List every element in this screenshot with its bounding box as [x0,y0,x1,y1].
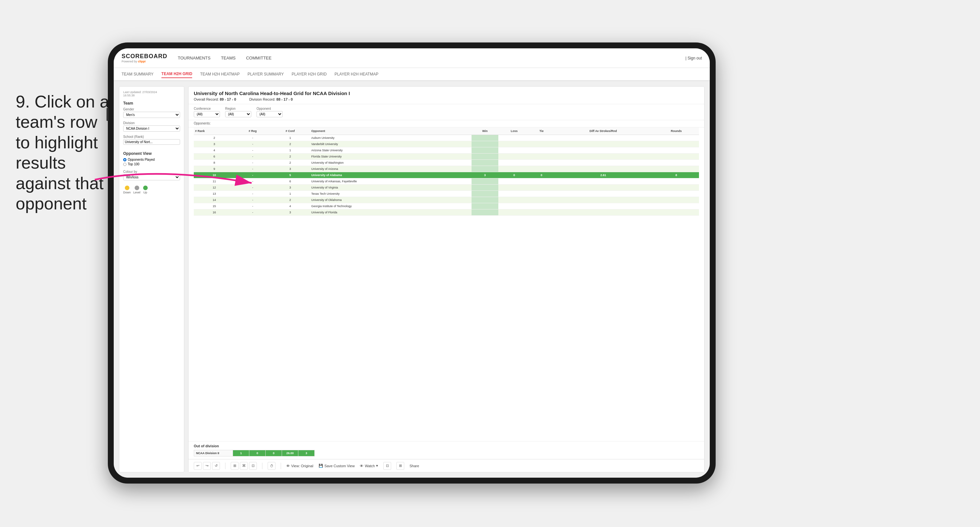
table-cell [654,191,699,197]
table-cell [553,135,654,141]
sub-nav-team-h2h-heatmap[interactable]: TEAM H2H HEATMAP [200,70,240,78]
table-cell [654,203,699,209]
school-input[interactable] [123,139,180,145]
school-label: School (Rank) [123,135,180,139]
format-button-3[interactable]: ⊡ [249,462,257,470]
radio-opponents-played[interactable]: Opponents Played [123,158,180,161]
undo2-button[interactable]: ↺ [212,462,220,470]
sub-nav-team-summary[interactable]: TEAM SUMMARY [122,70,154,78]
table-row[interactable]: 2-1Auburn University [194,135,699,141]
table-cell: Texas Tech University [310,191,471,197]
sub-nav-team-h2h-grid[interactable]: TEAM H2H GRID [161,70,192,78]
colour-legend: Down Level Up [123,186,180,194]
radio-dot-top100 [123,163,126,166]
share-button[interactable]: Share [409,464,419,468]
data-records: Overall Record: 89 - 17 - 0 Division Rec… [194,97,699,101]
table-row[interactable]: 4-1Arizona State University [194,147,699,154]
sub-nav-player-h2h-heatmap[interactable]: PLAYER H2H HEATMAP [335,70,379,78]
division-win-cell: 1 [233,450,249,457]
table-cell: Florida State University [310,154,471,160]
table-cell [498,141,530,147]
table-cell [530,209,553,216]
watch-button[interactable]: 👁 Watch ▾ [360,463,378,468]
clock-button[interactable]: ⏱ [267,462,275,470]
sign-out-button[interactable]: | Sign out [686,56,702,61]
table-row[interactable]: 10-5University of Alabama3002.618 [194,172,699,178]
radio-top-100[interactable]: Top 100 [123,162,180,166]
region-filter: Region (All) [225,107,251,117]
table-cell [530,203,553,209]
table-cell: - [235,197,270,203]
undo-button[interactable]: ↩ [194,462,202,470]
tablet-side-button [107,108,108,121]
sub-nav: TEAM SUMMARY TEAM H2H GRID TEAM H2H HEAT… [114,68,710,81]
panel-team-label: Team [123,101,180,105]
table-cell: - [235,135,270,141]
table-cell [553,147,654,154]
table-row[interactable]: 6-2Florida State University [194,154,699,160]
table-row[interactable]: 13-1Texas Tech University [194,191,699,197]
region-select[interactable]: (All) [225,111,251,117]
table-cell: 14 [194,197,235,203]
table-cell: - [235,178,270,185]
table-row[interactable]: 16-3University of Florida [194,209,699,216]
th-opponent: Opponent [310,127,471,135]
filter-row: Conference (All) Region (All) Opponent [189,104,704,120]
format-button-2[interactable]: ⌘ [240,462,248,470]
conference-select[interactable]: (All) [194,111,220,117]
table-row[interactable]: 8-2University of Washington [194,160,699,166]
h2h-table: # Rank # Reg # Conf Opponent Win Loss Ti… [194,127,699,216]
table-cell: - [235,172,270,178]
nav-tab-committee[interactable]: COMMITTEE [246,54,272,62]
table-cell [498,185,530,191]
division-diff-cell: 26.00 [282,450,298,457]
redo-button[interactable]: ↪ [203,462,211,470]
table-cell [471,203,498,209]
table-cell [498,166,530,172]
sub-nav-player-h2h-grid[interactable]: PLAYER H2H GRID [292,70,327,78]
table-cell: 2 [270,197,310,203]
table-row[interactable]: 11-6University of Arkansas, Fayetteville [194,178,699,185]
main-content: Last Updated: 27/03/2024 16:55:38 Team G… [114,81,710,478]
th-rounds: Rounds [654,127,699,135]
gender-select[interactable]: Men's [123,112,180,118]
table-cell [498,178,530,185]
division-select[interactable]: NCAA Division I [123,126,180,132]
table-container: # Rank # Reg # Conf Opponent Win Loss Ti… [189,127,704,441]
table-cell: 6 [270,178,310,185]
division-label-cell: NCAA Division II [194,450,233,457]
nav-tab-tournaments[interactable]: TOURNAMENTS [178,54,210,62]
logo-subtitle: Powered by clippi [122,60,167,63]
table-cell [471,209,498,216]
table-row[interactable]: 12-3University of Virginia [194,185,699,191]
legend-level: Level [133,186,140,194]
table-cell [471,135,498,141]
overall-record: Overall Record: 89 - 17 - 0 [194,97,236,101]
toolbar-extra-2[interactable]: ⊞ [396,462,404,470]
save-custom-view-button[interactable]: 💾 Save Custom View [318,463,355,468]
table-cell [498,160,530,166]
table-header-row: # Rank # Reg # Conf Opponent Win Loss Ti… [194,127,699,135]
table-row[interactable]: 3-2Vanderbilt University [194,141,699,147]
toolbar-extra-1[interactable]: ⊡ [383,462,391,470]
division-label: Division [123,121,180,125]
nav-tab-teams[interactable]: TEAMS [221,54,235,62]
table-cell: 9 [194,166,235,172]
table-cell: 2 [270,160,310,166]
table-row[interactable]: 9-3University of Arizona [194,166,699,172]
th-loss: Loss [498,127,530,135]
table-cell [654,178,699,185]
view-original-button[interactable]: 👁 View: Original [286,464,313,468]
opponent-select[interactable]: (All) [256,111,283,117]
table-cell: - [235,160,270,166]
colour-by-label: Colour by [123,170,180,174]
table-row[interactable]: 15-4Georgia Institute of Technology [194,203,699,209]
table-cell [471,185,498,191]
table-cell: Georgia Institute of Technology [310,203,471,209]
sub-nav-player-summary[interactable]: PLAYER SUMMARY [248,70,284,78]
logo-title: SCOREBOARD [122,53,167,60]
table-row[interactable]: 14-2University of Oklahoma [194,197,699,203]
format-button-1[interactable]: ⊞ [231,462,239,470]
colour-by-select[interactable]: Win/loss [123,174,180,180]
table-cell: - [235,141,270,147]
